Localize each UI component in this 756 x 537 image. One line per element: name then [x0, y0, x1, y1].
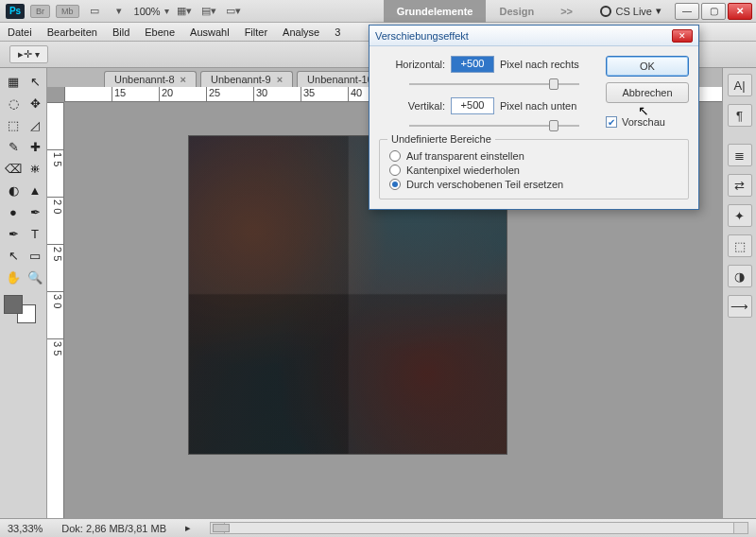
adjustments-panel-icon[interactable]: ◑	[728, 265, 752, 287]
radio-label: Durch verschobenen Teil ersetzen	[406, 179, 563, 190]
doc-close-icon[interactable]: ×	[180, 74, 186, 85]
screen-icon[interactable]: ▭	[85, 4, 104, 19]
offset-dialog: Verschiebungseffekt ✕ Horizontal: +500 P…	[369, 25, 699, 210]
dialog-close-button[interactable]: ✕	[672, 29, 693, 43]
checkbox-icon: ✔	[606, 116, 617, 128]
color-swatches[interactable]	[4, 295, 36, 323]
workspace-tab-grundelemente[interactable]: Grundelemente	[384, 0, 487, 23]
ok-button[interactable]: OK	[606, 56, 689, 77]
right-panels: A| ¶ ≣ ⇄ ✦ ⬚ ◑ ⟶	[722, 68, 756, 518]
doc-tab-label: Unbenannt-9	[211, 74, 271, 85]
vertical-suffix: Pixel nach unten	[500, 100, 576, 112]
minibridge-chip[interactable]: Mb	[56, 5, 79, 18]
horizontal-slider[interactable]	[409, 77, 579, 92]
character-panel-icon[interactable]: A|	[728, 74, 752, 96]
menu-filter[interactable]: Filter	[245, 26, 267, 38]
undefined-areas-group: Undefinierte Bereiche Auf transparent ei…	[379, 139, 689, 199]
tool-pen[interactable]: ✒	[4, 224, 23, 243]
ruler-tick	[47, 102, 63, 149]
radio-label: Kantenpixel wiederholen	[406, 165, 520, 176]
arrange-icon[interactable]: ▤▾	[199, 4, 218, 19]
layers-panel-icon[interactable]: ✦	[728, 204, 752, 227]
tool-hand[interactable]: ✋	[4, 268, 23, 286]
clone-source-panel-icon[interactable]: ⇄	[728, 174, 752, 197]
doc-tab-label: Unbenannt-8	[114, 74, 175, 85]
radio-repeat-edge[interactable]: Kantenpixel wiederholen	[389, 165, 679, 176]
bridge-chip[interactable]: Br	[30, 5, 50, 18]
ruler-tick: 2 5	[47, 244, 63, 291]
dialog-title: Verschiebungseffekt	[375, 30, 469, 42]
menu-analyse[interactable]: Analyse	[283, 26, 319, 38]
radio-wrap-around[interactable]: Durch verschobenen Teil ersetzen	[389, 179, 679, 190]
tool-shape[interactable]: ▭	[26, 246, 44, 265]
workspace-more[interactable]: >>	[547, 0, 586, 23]
foreground-color-swatch[interactable]	[4, 295, 23, 314]
ruler-tick: 3 0	[47, 291, 63, 338]
status-doc-size[interactable]: Dok: 2,86 MB/3,81 MB	[61, 523, 166, 534]
current-tool-chip[interactable]: ▸✛ ▾	[9, 45, 48, 63]
menu-auswahl[interactable]: Auswahl	[190, 26, 230, 38]
close-button[interactable]: ✕	[728, 3, 752, 20]
slider-handle[interactable]	[549, 78, 558, 90]
tool-lasso[interactable]: ◌	[4, 94, 23, 113]
radio-icon	[389, 165, 401, 176]
tool-gradient[interactable]: ▲	[26, 181, 44, 199]
view-extras-icon[interactable]: ▦▾	[175, 4, 194, 19]
tool-eyedropper[interactable]: ◿	[26, 115, 44, 134]
slider-handle[interactable]	[549, 120, 558, 131]
tool-zoom[interactable]: 🔍	[26, 268, 44, 286]
tool-brush[interactable]: ✚	[26, 137, 44, 156]
ruler-tick: 35	[301, 87, 348, 101]
screen-mode-icon[interactable]: ▭▾	[224, 4, 243, 19]
vertical-input[interactable]: +500	[451, 97, 494, 114]
tool-path[interactable]: ↖	[4, 246, 23, 265]
workspace-tab-design[interactable]: Design	[486, 0, 547, 23]
minimize-button[interactable]: —	[675, 3, 699, 20]
app-logo: Ps	[6, 4, 25, 19]
vertical-slider[interactable]	[409, 118, 579, 133]
tool-history-brush[interactable]: ⛯	[26, 159, 44, 178]
cancel-button[interactable]: Abbrechen	[606, 82, 689, 103]
dialog-titlebar[interactable]: Verschiebungseffekt ✕	[369, 26, 698, 46]
channels-panel-icon[interactable]: ⬚	[728, 234, 752, 257]
radio-icon	[389, 179, 401, 190]
menu-ebene[interactable]: Ebene	[145, 26, 175, 38]
menu-bearbeiten[interactable]: Bearbeiten	[47, 26, 97, 38]
menu-datei[interactable]: Datei	[8, 26, 32, 38]
status-zoom[interactable]: 33,33%	[8, 523, 43, 534]
horizontal-label: Horizontal:	[379, 59, 445, 70]
tool-stamp[interactable]: ⌫	[4, 159, 23, 178]
preview-checkbox-row[interactable]: ✔ Vorschau	[606, 116, 689, 128]
doc-close-icon[interactable]: ×	[277, 74, 283, 85]
ruler-tick: 30	[253, 87, 301, 101]
tool-move[interactable]: ▦	[4, 72, 23, 91]
paragraph-panel-icon[interactable]: ¶	[728, 104, 752, 127]
horizontal-input[interactable]: +500	[451, 56, 494, 73]
tool-crop[interactable]: ⬚	[4, 115, 23, 134]
cslive-icon	[600, 6, 611, 17]
brushes-panel-icon[interactable]: ≣	[728, 144, 752, 166]
chevron-down-icon[interactable]: ▾	[110, 4, 129, 19]
ruler-vertical[interactable]: 1 5 2 0 2 5 3 0 3 5	[47, 102, 64, 518]
tool-healing[interactable]: ✎	[4, 137, 23, 156]
menu-bild[interactable]: Bild	[112, 26, 129, 38]
tool-wand[interactable]: ✥	[26, 94, 44, 113]
horizontal-scrollbar[interactable]	[210, 522, 748, 534]
menu-3d[interactable]: 3	[335, 26, 340, 38]
vertical-label: Vertikal:	[379, 100, 445, 112]
history-panel-icon[interactable]: ⟶	[728, 295, 752, 318]
tool-marquee[interactable]: ↖	[26, 72, 44, 91]
tool-type[interactable]: T	[26, 224, 44, 243]
cs-live[interactable]: CS Live ▾	[600, 5, 662, 17]
tool-eraser[interactable]: ◐	[4, 181, 23, 199]
tool-blur[interactable]: ●	[4, 202, 23, 221]
ruler-tick: 2 0	[47, 197, 63, 244]
radio-transparent[interactable]: Auf transparent einstellen	[389, 150, 679, 162]
maximize-button[interactable]: ▢	[701, 3, 726, 20]
doc-tab[interactable]: Unbenannt-8×	[104, 71, 197, 87]
doc-tab[interactable]: Unbenannt-9×	[200, 71, 293, 87]
scrollbar-thumb[interactable]	[213, 524, 230, 532]
tool-dodge[interactable]: ✒	[26, 202, 44, 221]
zoom-level[interactable]: 100% ▾	[134, 6, 169, 17]
group-legend: Undefinierte Bereiche	[387, 133, 495, 145]
